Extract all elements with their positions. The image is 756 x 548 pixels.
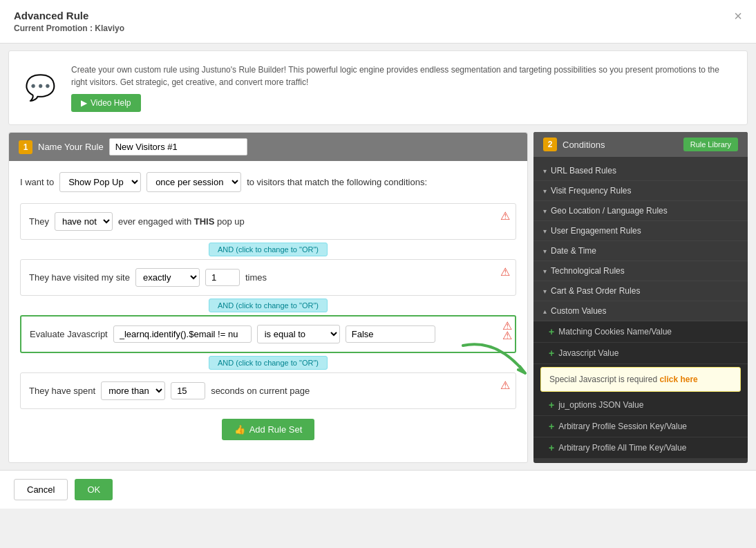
and-connector-2: AND (click to change to "OR") xyxy=(20,299,516,312)
conditions-header-left: 2 Conditions xyxy=(543,138,605,151)
add-rule-set-icon: 👍 xyxy=(234,424,245,435)
plus-icon-javascript: + xyxy=(549,348,554,359)
condition-block-2: They have visited my site exactly more t… xyxy=(20,259,516,296)
custom-values-header[interactable]: ▴ Custom Values xyxy=(533,301,748,321)
condition-block-3: Evaluate Javascript is equal to is not e… xyxy=(20,315,516,353)
cond2-remove-button[interactable]: ⚠ xyxy=(500,265,510,278)
condition-row-3: Evaluate Javascript is equal to is not e… xyxy=(30,325,507,343)
left-body: I want to Show Pop Up Hide Pop Up once p… xyxy=(9,161,527,451)
modal-title: Advanced Rule xyxy=(14,10,124,21)
rule-library-button[interactable]: Rule Library xyxy=(683,138,738,151)
category-geo-label: Geo Location / Language Rules xyxy=(551,206,668,216)
category-date-time-label: Date & Time xyxy=(551,246,596,256)
custom-values-items: + Matching Cookies Name/Value + Javascri… xyxy=(533,321,748,459)
cond3-operator-select[interactable]: is equal to is not equal to contains xyxy=(257,325,340,343)
and-hint-2: (click to change to "OR") xyxy=(236,301,319,310)
conditions-list: ▾ URL Based Rules ▾ Visit Frequency Rule… xyxy=(533,157,748,463)
name-rule-label: Name Your Rule xyxy=(38,142,104,152)
cond3-value-input[interactable] xyxy=(346,325,435,343)
subtitle-prefix: Current Promotion : xyxy=(14,23,95,33)
and-or-toggle-2[interactable]: AND (click to change to "OR") xyxy=(209,299,328,312)
chat-icon: 💬 xyxy=(23,73,57,102)
and-label-3: AND xyxy=(218,359,236,367)
action-select[interactable]: Show Pop Up Hide Pop Up xyxy=(59,172,141,192)
to-visitors-label: to visitors that match the following con… xyxy=(247,177,427,187)
ok-button[interactable]: OK xyxy=(75,479,113,500)
step-2-num: 2 xyxy=(543,138,557,151)
step-1-num: 1 xyxy=(19,140,32,154)
category-date-time[interactable]: ▾ Date & Time xyxy=(533,241,748,261)
video-help-button[interactable]: ▶ Video Help xyxy=(71,94,141,112)
category-visit-freq[interactable]: ▾ Visit Frequency Rules xyxy=(533,181,748,201)
cond2-suffix: times xyxy=(245,272,267,283)
custom-value-matching-cookies[interactable]: + Matching Cookies Name/Value xyxy=(533,321,748,343)
plus-icon-arb-session: + xyxy=(549,421,554,432)
frequency-select[interactable]: once per session every time once per day xyxy=(147,172,241,192)
cancel-button[interactable]: Cancel xyxy=(14,479,68,500)
condition-row-2: They have visited my site exactly more t… xyxy=(29,268,507,287)
category-cart-label: Cart & Past Order Rules xyxy=(551,286,640,296)
cart-caret-icon: ▾ xyxy=(543,287,547,295)
arb-session-label: Arbitrary Profile Session Key/Value xyxy=(558,422,687,431)
close-button[interactable]: × xyxy=(734,8,742,24)
category-tech-label: Technological Rules xyxy=(551,266,625,276)
category-geo[interactable]: ▾ Geo Location / Language Rules xyxy=(533,201,748,221)
cond1-prefix: They xyxy=(29,216,49,227)
right-panel: 2 Conditions Rule Library ▾ URL Based Ru… xyxy=(533,132,748,463)
cond3-remove-inner[interactable]: ⚠ xyxy=(502,322,512,349)
cond4-value-input[interactable] xyxy=(171,382,205,399)
conditions-header: 2 Conditions Rule Library xyxy=(533,132,748,157)
js-tooltip-link[interactable]: click here xyxy=(659,375,697,384)
and-hint-3: (click to change to "OR") xyxy=(236,359,319,367)
and-label-2: AND xyxy=(218,301,236,310)
rule-name-input[interactable] xyxy=(109,138,247,155)
category-url-label: URL Based Rules xyxy=(551,166,616,176)
conditions-label: Conditions xyxy=(563,140,605,150)
cond4-modifier-select[interactable]: more than less than exactly xyxy=(101,381,165,400)
category-visit-freq-label: Visit Frequency Rules xyxy=(551,186,632,196)
and-label-1: AND xyxy=(218,245,236,254)
category-user-eng-label: User Engagement Rules xyxy=(551,226,641,236)
category-tech[interactable]: ▾ Technological Rules xyxy=(533,261,748,281)
and-or-toggle-3[interactable]: AND (click to change to "OR") xyxy=(209,356,328,370)
custom-values-label: Custom Values xyxy=(551,306,606,316)
cond2-modifier-select[interactable]: exactly more than less than at least at … xyxy=(135,268,200,287)
subtitle-value: Klaviyo xyxy=(95,23,124,33)
cond4-remove-button[interactable]: ⚠ xyxy=(500,379,510,392)
js-tooltip-text: Special Javascript is required xyxy=(549,375,657,384)
video-btn-label: Video Help xyxy=(91,98,131,108)
i-want-to-row: I want to Show Pop Up Hide Pop Up once p… xyxy=(20,172,516,192)
custom-value-ju-options[interactable]: + ju_options JSON Value xyxy=(533,395,748,416)
cond2-value-input[interactable] xyxy=(205,269,240,286)
arb-alltime-label: Arbitrary Profile All Time Key/Value xyxy=(558,443,686,453)
user-eng-caret-icon: ▾ xyxy=(543,227,547,235)
custom-value-arb-alltime[interactable]: + Arbitrary Profile All Time Key/Value xyxy=(533,437,748,459)
condition-block-1: They have not have ever engaged with THI… xyxy=(20,203,516,240)
custom-value-arb-session[interactable]: + Arbitrary Profile Session Key/Value xyxy=(533,416,748,437)
custom-values-caret-icon: ▴ xyxy=(543,308,547,315)
cond1-remove-button[interactable]: ⚠ xyxy=(500,209,510,223)
cond1-modifier-select[interactable]: have not have xyxy=(55,212,113,231)
info-text: Create your own custom rule using Justun… xyxy=(71,64,733,88)
category-user-eng[interactable]: ▾ User Engagement Rules xyxy=(533,221,748,241)
modal-subtitle: Current Promotion : Klaviyo xyxy=(14,23,124,33)
cond3-prefix: Evaluate Javascript xyxy=(30,329,108,339)
plus-icon-arb-alltime: + xyxy=(549,442,554,453)
js-tooltip: Special Javascript is required click her… xyxy=(540,367,741,392)
condition-block-4: They have spent more than less than exac… xyxy=(20,372,516,409)
and-connector-3: AND (click to change to "OR") xyxy=(20,356,516,370)
category-cart[interactable]: ▾ Cart & Past Order Rules xyxy=(533,281,748,301)
condition-row-4: They have spent more than less than exac… xyxy=(29,381,507,400)
category-url[interactable]: ▾ URL Based Rules xyxy=(533,161,748,181)
cond1-text: ever engaged with THIS pop up xyxy=(118,216,245,227)
url-caret-icon: ▾ xyxy=(543,167,547,175)
cond3-js-input[interactable] xyxy=(113,325,252,343)
custom-value-javascript[interactable]: + Javascript Value xyxy=(533,343,748,364)
add-rule-set-button[interactable]: 👍 Add Rule Set xyxy=(222,419,315,440)
condition-row-1: They have not have ever engaged with THI… xyxy=(29,212,507,231)
play-icon: ▶ xyxy=(81,98,87,108)
add-rule-set-label: Add Rule Set xyxy=(249,424,303,435)
and-or-toggle-1[interactable]: AND (click to change to "OR") xyxy=(209,243,328,256)
name-rule-header: 1 Name Your Rule xyxy=(9,133,527,161)
javascript-value-label: Javascript Value xyxy=(558,348,618,358)
